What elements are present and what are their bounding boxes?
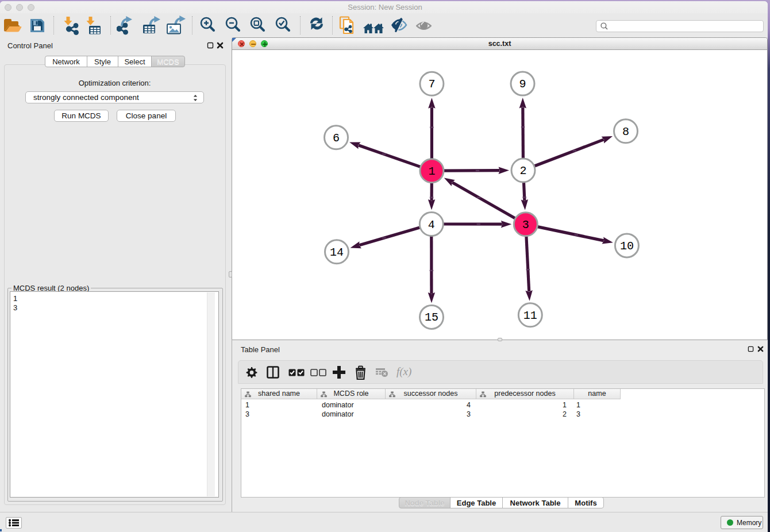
svg-text:3: 3 bbox=[522, 218, 529, 232]
svg-text:11: 11 bbox=[523, 309, 537, 322]
svg-text:15: 15 bbox=[425, 311, 438, 324]
svg-text:7: 7 bbox=[428, 78, 435, 91]
svg-text:6: 6 bbox=[333, 132, 340, 145]
svg-text:10: 10 bbox=[620, 240, 634, 253]
svg-text:9: 9 bbox=[519, 78, 526, 91]
svg-text:2: 2 bbox=[519, 164, 526, 178]
svg-text:4: 4 bbox=[428, 218, 435, 232]
svg-text:1: 1 bbox=[428, 165, 435, 178]
svg-text:14: 14 bbox=[330, 246, 344, 259]
svg-text:8: 8 bbox=[622, 125, 629, 138]
